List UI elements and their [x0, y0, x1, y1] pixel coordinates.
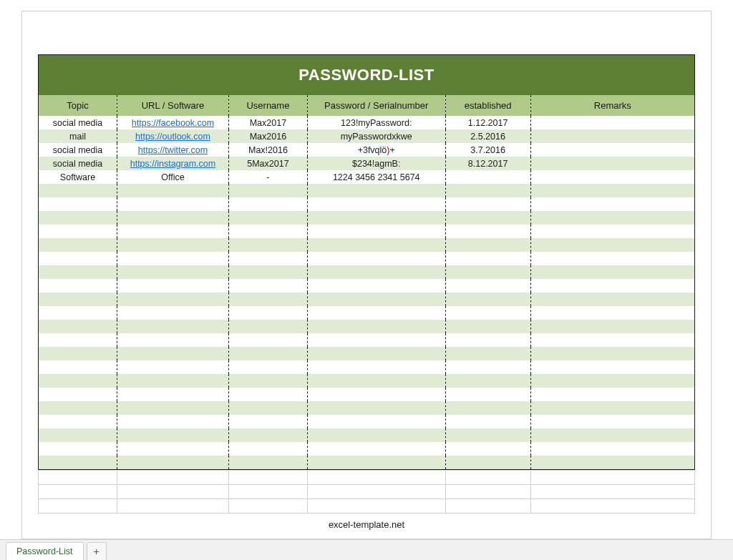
- cell[interactable]: [39, 428, 117, 442]
- cell[interactable]: [445, 374, 530, 388]
- cell[interactable]: [39, 184, 117, 197]
- cell[interactable]: [530, 225, 694, 238]
- cell[interactable]: [39, 360, 117, 374]
- cell[interactable]: [445, 225, 530, 238]
- cell[interactable]: [39, 374, 117, 388]
- cell[interactable]: [530, 211, 694, 225]
- cell[interactable]: [228, 225, 307, 238]
- table-row[interactable]: [39, 211, 695, 225]
- table-row[interactable]: social mediahttps://facebook.comMax20171…: [39, 116, 695, 129]
- cell[interactable]: [39, 238, 117, 252]
- cell[interactable]: [530, 320, 694, 333]
- cell[interactable]: https://instagram.com: [117, 157, 229, 170]
- cell[interactable]: [228, 293, 307, 306]
- cell[interactable]: [307, 333, 445, 347]
- cell[interactable]: [39, 252, 117, 265]
- cell[interactable]: [530, 360, 694, 374]
- cell[interactable]: [307, 320, 445, 333]
- cell[interactable]: [530, 197, 694, 211]
- cell[interactable]: [39, 211, 117, 225]
- cell[interactable]: [445, 415, 530, 428]
- cell[interactable]: [530, 238, 694, 252]
- cell[interactable]: [530, 428, 694, 442]
- cell[interactable]: social media: [39, 116, 117, 129]
- cell[interactable]: [307, 347, 445, 360]
- cell[interactable]: [307, 211, 445, 225]
- cell[interactable]: [530, 456, 694, 470]
- cell[interactable]: [117, 428, 229, 442]
- cell[interactable]: [307, 293, 445, 306]
- table-row[interactable]: [39, 252, 695, 265]
- cell[interactable]: [445, 347, 530, 360]
- cell[interactable]: [445, 170, 530, 184]
- cell[interactable]: [307, 225, 445, 238]
- cell[interactable]: 123!myPassword:: [307, 116, 445, 129]
- cell[interactable]: [39, 415, 117, 428]
- cell[interactable]: [530, 129, 694, 143]
- table-row[interactable]: [39, 279, 695, 293]
- cell[interactable]: [307, 415, 445, 428]
- extra-row[interactable]: [39, 485, 695, 499]
- table-row[interactable]: [39, 347, 695, 360]
- table-row[interactable]: social mediahttps://twitter.comMax!2016+…: [39, 143, 695, 157]
- cell[interactable]: social media: [39, 157, 117, 170]
- cell[interactable]: [445, 211, 530, 225]
- cell[interactable]: [307, 265, 445, 279]
- cell[interactable]: [307, 197, 445, 211]
- cell[interactable]: https://outlook.com: [117, 129, 229, 143]
- cell[interactable]: [530, 265, 694, 279]
- cell[interactable]: 2.5.2016: [445, 129, 530, 143]
- cell[interactable]: [445, 401, 530, 415]
- cell[interactable]: [228, 442, 307, 456]
- table-row[interactable]: [39, 374, 695, 388]
- cell[interactable]: 8.12.2017: [445, 157, 530, 170]
- cell[interactable]: [117, 306, 229, 320]
- cell[interactable]: [117, 333, 229, 347]
- cell[interactable]: [445, 306, 530, 320]
- table-row[interactable]: [39, 401, 695, 415]
- cell[interactable]: [228, 401, 307, 415]
- cell[interactable]: [117, 265, 229, 279]
- cell[interactable]: [117, 211, 229, 225]
- cell[interactable]: [117, 347, 229, 360]
- cell[interactable]: [445, 442, 530, 456]
- cell[interactable]: [39, 279, 117, 293]
- url-link[interactable]: https://twitter.com: [138, 145, 208, 155]
- cell[interactable]: [445, 428, 530, 442]
- cell[interactable]: [307, 456, 445, 470]
- cell[interactable]: [307, 306, 445, 320]
- cell[interactable]: https://facebook.com: [117, 116, 229, 129]
- cell[interactable]: 1.12.2017: [445, 116, 530, 129]
- cell[interactable]: [39, 401, 117, 415]
- cell[interactable]: [39, 197, 117, 211]
- cell[interactable]: [445, 238, 530, 252]
- cell[interactable]: Office: [117, 170, 229, 184]
- cell[interactable]: [39, 225, 117, 238]
- cell[interactable]: [445, 333, 530, 347]
- table-row[interactable]: [39, 456, 695, 470]
- cell[interactable]: [228, 428, 307, 442]
- cell[interactable]: [228, 333, 307, 347]
- cell[interactable]: [117, 456, 229, 470]
- cell[interactable]: [445, 184, 530, 197]
- cell[interactable]: [117, 238, 229, 252]
- cell[interactable]: [445, 360, 530, 374]
- cell[interactable]: [117, 374, 229, 388]
- cell[interactable]: [445, 293, 530, 306]
- table-row[interactable]: [39, 184, 695, 197]
- cell[interactable]: [307, 401, 445, 415]
- cell[interactable]: Max2016: [228, 129, 307, 143]
- table-row[interactable]: [39, 428, 695, 442]
- cell[interactable]: [228, 197, 307, 211]
- cell[interactable]: [228, 456, 307, 470]
- cell[interactable]: $234!agmB:: [307, 157, 445, 170]
- cell[interactable]: [445, 388, 530, 401]
- cell[interactable]: [39, 265, 117, 279]
- cell[interactable]: [530, 157, 694, 170]
- cell[interactable]: 3.7.2016: [445, 143, 530, 157]
- table-row[interactable]: [39, 238, 695, 252]
- cell[interactable]: [228, 415, 307, 428]
- cell[interactable]: [117, 320, 229, 333]
- cell[interactable]: 1224 3456 2341 5674: [307, 170, 445, 184]
- sheet-tab-active[interactable]: Password-List: [6, 542, 84, 560]
